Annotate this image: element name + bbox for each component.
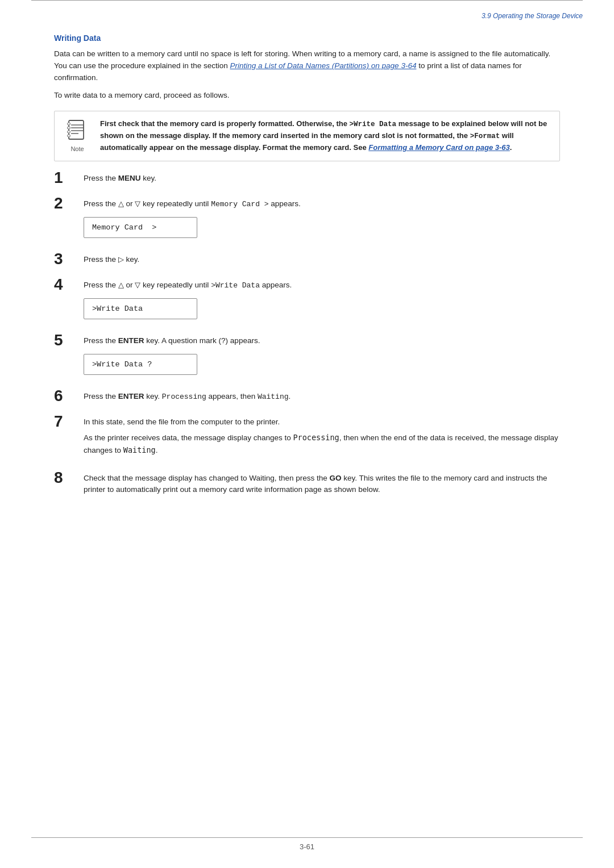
step-2-content: Press the △ or ▽ key repeatedly until Me… <box>84 196 560 244</box>
step-2-text: Press the △ or ▽ key repeatedly until Me… <box>84 198 560 210</box>
note-link[interactable]: Formatting a Memory Card on page 3-63 <box>368 143 510 152</box>
step-7-text: In this state, send the file from the co… <box>84 416 560 428</box>
step-7-content: In this state, send the file from the co… <box>84 414 560 462</box>
intro-paragraph-1: Data can be written to a memory card unt… <box>54 48 560 84</box>
triangle-up-icon: △ <box>118 199 124 208</box>
step-6: 6 Press the ENTER key. Processing appear… <box>54 389 560 406</box>
footer: 3-61 <box>31 837 583 851</box>
intro-link[interactable]: Printing a List of Data Names (Partition… <box>230 61 416 70</box>
step-5-content: Press the ENTER key. A question mark (?)… <box>84 333 560 381</box>
step-7-number: 7 <box>54 413 84 431</box>
step-8-content: Check that the message display has chang… <box>84 470 560 500</box>
svg-point-5 <box>68 123 70 125</box>
step-2-number: 2 <box>54 195 84 212</box>
page: 3.9 Operating the Storage Device Writing… <box>0 0 614 868</box>
note-text: First check that the memory card is prop… <box>100 118 551 154</box>
page-number: 3-61 <box>31 842 583 851</box>
step-3-number: 3 <box>54 251 84 268</box>
step-3-text: Press the ▷ key. <box>84 254 560 266</box>
step-5-text: Press the ENTER key. A question mark (?)… <box>84 335 560 347</box>
step-4-number: 4 <box>54 276 84 294</box>
step-8-number: 8 <box>54 469 84 487</box>
step-2-display: Memory Card > <box>84 217 197 238</box>
note-label: Note <box>70 145 84 152</box>
step-3: 3 Press the ▷ key. <box>54 252 560 269</box>
step-1-content: Press the MENU key. <box>84 170 560 188</box>
svg-point-6 <box>68 127 70 129</box>
triangle-down-2-icon: ▽ <box>135 281 140 289</box>
step-3-content: Press the ▷ key. <box>84 252 560 269</box>
step-5: 5 Press the ENTER key. A question mark (… <box>54 333 560 381</box>
step-1-number: 1 <box>54 169 84 187</box>
step-1: 1 Press the MENU key. <box>54 170 560 188</box>
top-border <box>31 0 583 5</box>
step-1-text: Press the MENU key. <box>84 173 560 185</box>
section-title: Writing Data <box>54 34 560 43</box>
svg-point-7 <box>68 131 70 133</box>
svg-point-8 <box>68 135 70 137</box>
step-6-number: 6 <box>54 387 84 405</box>
step-5-number: 5 <box>54 332 84 349</box>
note-icon-area: Note <box>63 118 92 152</box>
step-4-text: Press the △ or ▽ key repeatedly until >W… <box>84 279 560 291</box>
step-4-content: Press the △ or ▽ key repeatedly until >W… <box>84 277 560 325</box>
note-box: Note First check that the memory card is… <box>54 111 560 161</box>
step-2: 2 Press the △ or ▽ key repeatedly until … <box>54 196 560 244</box>
step-6-content: Press the ENTER key. Processing appears,… <box>84 389 560 406</box>
triangle-up-2-icon: △ <box>118 281 124 289</box>
step-7-subtext: As the printer receives data, the messag… <box>84 432 560 457</box>
step-8: 8 Check that the message display has cha… <box>54 470 560 500</box>
section-label: 3.9 Operating the Storage Device <box>482 12 583 20</box>
step-8-text: Check that the message display has chang… <box>84 473 560 496</box>
step-4-display: >Write Data <box>84 298 197 319</box>
step-5-display: >Write Data ? <box>84 354 197 375</box>
main-content: Writing Data Data can be written to a me… <box>0 22 614 524</box>
svg-rect-0 <box>69 120 84 139</box>
steps-container: 1 Press the MENU key. 2 Press the △ or ▽… <box>54 170 560 500</box>
step-4: 4 Press the △ or ▽ key repeatedly until … <box>54 277 560 325</box>
triangle-down-icon: ▽ <box>135 199 140 208</box>
triangle-right-icon: ▷ <box>118 255 124 264</box>
step-6-text: Press the ENTER key. Processing appears,… <box>84 391 560 403</box>
note-icon <box>65 118 90 143</box>
intro-paragraph-2: To write data to a memory card, proceed … <box>54 90 560 102</box>
header: 3.9 Operating the Storage Device <box>0 5 614 22</box>
step-7: 7 In this state, send the file from the … <box>54 414 560 462</box>
